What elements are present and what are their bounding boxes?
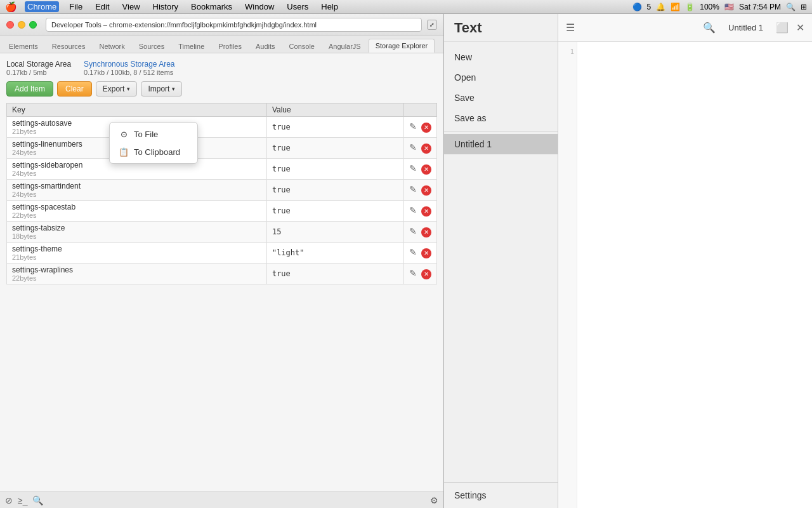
action-cell: ✎ ✕ xyxy=(403,222,436,243)
sync-storage-label[interactable]: Synchronous Storage Area 0.17kb / 100kb,… xyxy=(84,60,174,76)
edit-button[interactable]: ✎ xyxy=(409,268,417,278)
editor-body: 1 xyxy=(558,42,812,508)
delete-button[interactable]: ✕ xyxy=(421,144,431,154)
edit-button[interactable]: ✎ xyxy=(409,247,417,257)
menu-icon[interactable]: ☰ xyxy=(566,22,575,34)
expand-editor-icon[interactable]: ⬜ xyxy=(776,22,789,34)
app-title: Text xyxy=(444,14,558,42)
tab-audits[interactable]: Audits xyxy=(249,40,282,53)
document-tab-title: Untitled 1 xyxy=(728,23,763,32)
clear-button[interactable]: Clear xyxy=(57,81,92,97)
fullscreen-button[interactable] xyxy=(29,21,37,29)
delete-button[interactable]: ✕ xyxy=(421,164,431,175)
tab-sources[interactable]: Sources xyxy=(133,40,171,53)
menu-file[interactable]: File xyxy=(67,1,85,12)
action-buttons: Add Item Clear Export ▾ Import ▾ xyxy=(6,81,437,97)
export-button[interactable]: Export ▾ xyxy=(96,81,138,97)
key-size: 22bytes xyxy=(12,211,261,219)
tab-profiles[interactable]: Profiles xyxy=(212,40,248,53)
action-cell: ✎ ✕ xyxy=(403,243,436,264)
sidebar-item-settings[interactable]: Settings xyxy=(444,482,558,508)
value-cell[interactable]: true xyxy=(266,180,403,201)
tab-elements[interactable]: Elements xyxy=(3,40,44,53)
value-cell[interactable]: true xyxy=(266,117,403,138)
delete-button[interactable]: ✕ xyxy=(421,185,431,196)
value-cell[interactable]: true xyxy=(266,138,403,159)
apple-menu[interactable]: 🍎 xyxy=(5,1,17,13)
add-item-button[interactable]: Add Item xyxy=(6,81,53,97)
value-cell[interactable]: 15 xyxy=(266,222,403,243)
search-toolbar-icon[interactable]: 🔍 xyxy=(703,22,716,34)
tab-resources[interactable]: Resources xyxy=(46,40,92,53)
menu-view[interactable]: View xyxy=(120,1,143,12)
menu-users[interactable]: Users xyxy=(284,1,311,12)
edit-button[interactable]: ✎ xyxy=(409,163,417,173)
address-bar[interactable]: Developer Tools – chrome-extension://mmf… xyxy=(46,18,422,32)
editor-text[interactable] xyxy=(577,42,812,508)
clock: Sat 7:54 PM xyxy=(739,3,781,11)
action-cell: ✎ ✕ xyxy=(403,264,436,284)
sidebar-item-open[interactable]: Open xyxy=(444,67,558,88)
edit-button[interactable]: ✎ xyxy=(409,184,417,194)
console-icon[interactable]: ≥_ xyxy=(18,495,27,505)
tab-console[interactable]: Console xyxy=(283,40,321,53)
delete-button[interactable]: ✕ xyxy=(421,248,431,258)
tab-angularjs[interactable]: AngularJS xyxy=(322,40,367,53)
value-cell[interactable]: true xyxy=(266,159,403,180)
delete-button[interactable]: ✕ xyxy=(421,206,431,217)
local-storage-label[interactable]: Local Storage Area 0.17kb / 5mb xyxy=(6,60,71,76)
editor-toolbar: ☰ 🔍 Untitled 1 ⬜ ✕ xyxy=(558,14,812,42)
close-button[interactable] xyxy=(6,21,14,29)
key-cell: settings-theme 21bytes xyxy=(7,243,267,264)
sidebar-item-untitled[interactable]: Untitled 1 xyxy=(444,134,558,154)
minimize-button[interactable] xyxy=(18,21,25,29)
value-cell[interactable]: true xyxy=(266,201,403,222)
table-row: settings-smartindent 24bytes true ✎ ✕ xyxy=(7,180,437,201)
edit-button[interactable]: ✎ xyxy=(409,226,417,236)
value-cell[interactable]: true xyxy=(266,264,403,284)
sync-storage-size: 0.17kb / 100kb, 8 / 512 items xyxy=(84,69,174,76)
action-cell: ✎ ✕ xyxy=(403,180,436,201)
to-file-label: To File xyxy=(134,130,158,139)
devtools-tabs: Elements Resources Network Sources Timel… xyxy=(0,36,443,53)
key-size: 18bytes xyxy=(12,232,261,240)
menu-window[interactable]: Window xyxy=(242,1,277,12)
edit-button[interactable]: ✎ xyxy=(409,205,417,215)
import-label: Import xyxy=(148,84,169,93)
delete-button[interactable]: ✕ xyxy=(421,123,431,133)
delete-button[interactable]: ✕ xyxy=(421,269,431,279)
sidebar-item-save-as[interactable]: Save as xyxy=(444,108,558,128)
tab-storage-explorer[interactable]: Storage Explorer xyxy=(369,39,435,53)
line-number-1: 1 xyxy=(561,47,574,58)
export-to-clipboard[interactable]: 📋 To Clipboard xyxy=(110,143,197,161)
error-icon[interactable]: ⊘ xyxy=(5,495,13,505)
menu-edit[interactable]: Edit xyxy=(93,1,112,12)
export-to-file[interactable]: ⊙ To File xyxy=(110,125,197,143)
edit-button[interactable]: ✎ xyxy=(409,121,417,131)
menu-help[interactable]: Help xyxy=(318,1,341,12)
edit-button[interactable]: ✎ xyxy=(409,142,417,152)
editor-area: ☰ 🔍 Untitled 1 ⬜ ✕ 1 xyxy=(558,14,812,508)
gear-icon[interactable]: ⚙ xyxy=(430,495,438,505)
expand-button[interactable]: ⤢ xyxy=(427,20,437,30)
tab-timeline[interactable]: Timeline xyxy=(172,40,211,53)
sidebar-item-new[interactable]: New xyxy=(444,47,558,67)
clipboard-icon: 📋 xyxy=(119,147,129,157)
bluetooth-icon: 🔵 xyxy=(632,3,642,11)
sidebar-item-save[interactable]: Save xyxy=(444,88,558,108)
menu-history[interactable]: History xyxy=(150,1,181,12)
search-icon[interactable]: 🔍 xyxy=(32,495,43,505)
search-icon[interactable]: 🔍 xyxy=(786,3,796,11)
tab-network[interactable]: Network xyxy=(93,40,131,53)
import-button[interactable]: Import ▾ xyxy=(141,81,182,97)
menu-chrome[interactable]: Chrome xyxy=(25,1,59,12)
table-row: settings-spacestab 22bytes true ✎ ✕ xyxy=(7,201,437,222)
sidebar-menu: New Open Save Save as Untitled 1 xyxy=(444,42,558,482)
control-icon[interactable]: ⊞ xyxy=(801,3,807,11)
value-cell[interactable]: "light" xyxy=(266,243,403,264)
to-clipboard-label: To Clipboard xyxy=(134,147,180,157)
close-editor-icon[interactable]: ✕ xyxy=(796,22,804,34)
menu-bookmarks[interactable]: Bookmarks xyxy=(188,1,235,12)
storage-header: Local Storage Area 0.17kb / 5mb Synchron… xyxy=(6,60,437,76)
delete-button[interactable]: ✕ xyxy=(421,227,431,237)
